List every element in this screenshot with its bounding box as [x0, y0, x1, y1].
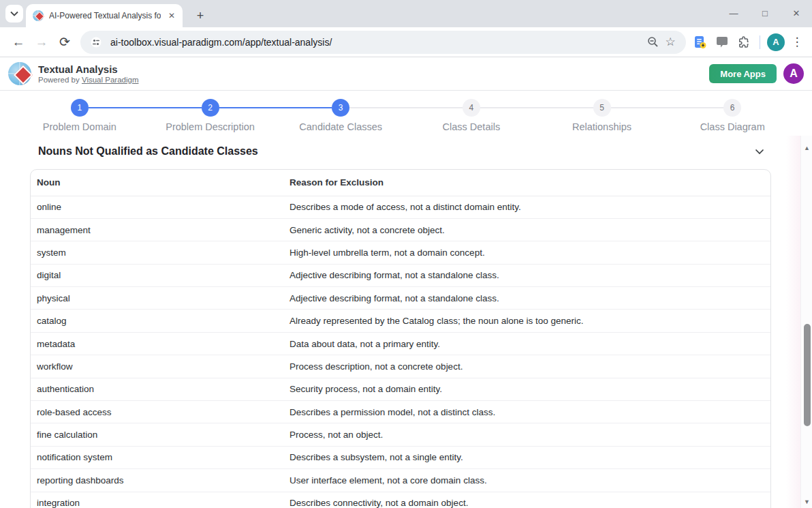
reload-button[interactable]: ⟳	[53, 31, 76, 54]
tab-list-button[interactable]	[5, 5, 23, 23]
reason-cell: Describes a mode of access, not a distin…	[283, 196, 770, 218]
reason-cell: Security process, not a domain entity.	[283, 378, 770, 400]
minimize-button[interactable]: —	[718, 8, 749, 18]
browser-window: AI-Powered Textual Analysis for ✕ + — □ …	[0, 0, 812, 508]
table-row: role-based access Describes a permission…	[31, 401, 770, 423]
step-number[interactable]: 4	[463, 99, 480, 117]
tab-title: AI-Powered Textual Analysis for	[49, 11, 161, 20]
reason-cell: Adjective describing format, not a stand…	[283, 264, 770, 286]
visual-paradigm-link[interactable]: Visual Paradigm	[82, 76, 139, 84]
step-number[interactable]: 1	[71, 99, 89, 117]
visual-paradigm-logo	[8, 62, 31, 85]
table-row: metadata Data about data, not a primary …	[31, 332, 770, 355]
reason-cell: Describes a subsystem, not a single enti…	[283, 446, 770, 468]
step-label: Class Diagram	[700, 121, 765, 132]
app-header-right: More Apps A	[709, 63, 804, 84]
column-header-noun: Noun	[31, 170, 283, 196]
powered-by: Powered by Visual Paradigm	[38, 75, 138, 85]
browser-toolbar: ← → ⟳ ai-toolbox.visual-paradigm.com/app…	[0, 27, 812, 57]
reason-cell: Adjective describing format, not a stand…	[283, 287, 770, 310]
step-label: Problem Domain	[43, 121, 116, 132]
chevron-down-icon	[10, 11, 18, 16]
toolbar-extensions-area: A ⋮	[691, 33, 805, 51]
noun-cell: role-based access	[31, 401, 283, 423]
table-row: integration Describes connectivity, not …	[31, 492, 770, 508]
toolbar-divider	[760, 35, 760, 49]
table-row: fine calculation Process, not an object.	[31, 423, 770, 446]
stepper-step[interactable]: 3 Candidate Classes	[275, 91, 406, 136]
noun-cell: notification system	[31, 446, 283, 468]
browser-tab[interactable]: AI-Powered Textual Analysis for ✕	[26, 4, 183, 27]
noun-cell: fine calculation	[31, 423, 283, 446]
browser-titlebar: AI-Powered Textual Analysis for ✕ + — □ …	[0, 0, 812, 27]
zoom-icon[interactable]	[644, 33, 661, 51]
table-row: management Generic activity, not a concr…	[31, 218, 770, 241]
more-apps-button[interactable]: More Apps	[709, 64, 777, 83]
stepper-step[interactable]: 1 Problem Domain	[14, 91, 145, 136]
reason-cell: High-level umbrella term, not a domain c…	[283, 241, 770, 264]
step-label: Candidate Classes	[299, 121, 382, 132]
reason-cell: Process description, not a concrete obje…	[283, 355, 770, 378]
wizard-stepper: 1 Problem Domain 2 Problem Description 3…	[0, 91, 812, 136]
url-text[interactable]: ai-toolbox.visual-paradigm.com/app/textu…	[110, 37, 644, 48]
step-number[interactable]: 3	[332, 99, 349, 117]
bookmark-star-icon[interactable]: ☆	[661, 33, 679, 51]
maximize-button[interactable]: □	[749, 8, 781, 18]
new-tab-button[interactable]: +	[192, 9, 208, 23]
step-number[interactable]: 6	[723, 99, 741, 117]
noun-cell: metadata	[31, 332, 283, 355]
close-button[interactable]: ✕	[781, 8, 812, 18]
table-row: notification system Describes a subsyste…	[31, 446, 770, 468]
table-row: reporting dashboards User interface elem…	[31, 469, 770, 492]
noun-cell: online	[31, 196, 283, 218]
table-row: workflow Process description, not a conc…	[31, 355, 770, 378]
stepper-step[interactable]: 2 Problem Description	[145, 91, 276, 136]
back-button[interactable]: ←	[7, 31, 30, 54]
stepper-step[interactable]: 6 Class Diagram	[667, 91, 798, 136]
content-scrollbar[interactable]: ▲ ▼	[800, 136, 812, 508]
forward-button: →	[30, 31, 53, 54]
app-title: Textual Analysis	[38, 63, 138, 75]
reason-cell: Data about data, not a primary entity.	[283, 332, 770, 355]
noun-cell: reporting dashboards	[31, 469, 283, 492]
step-label: Problem Description	[166, 121, 255, 132]
step-number[interactable]: 5	[593, 99, 611, 117]
site-info-icon[interactable]	[87, 33, 105, 51]
table-header-row: Noun Reason for Exclusion	[31, 170, 770, 196]
section-title: Nouns Not Qualified as Candidate Classes	[38, 145, 258, 158]
scrollbar-thumb[interactable]	[804, 324, 811, 426]
table-row: online Describes a mode of access, not a…	[31, 196, 770, 218]
noun-cell: digital	[31, 264, 283, 286]
comment-icon[interactable]	[713, 33, 731, 51]
noun-cell: authentication	[31, 378, 283, 400]
extensions-puzzle-icon[interactable]	[735, 33, 753, 51]
table-row: physical Adjective describing format, no…	[31, 287, 770, 310]
section-header[interactable]: Nouns Not Qualified as Candidate Classes	[0, 136, 812, 158]
table-row: digital Adjective describing format, not…	[31, 264, 770, 286]
step-number[interactable]: 2	[202, 99, 219, 117]
reason-cell: Process, not an object.	[283, 423, 770, 446]
address-bar[interactable]: ai-toolbox.visual-paradigm.com/app/textu…	[80, 31, 686, 54]
window-controls: — □ ✕	[718, 0, 812, 26]
browser-profile-avatar[interactable]: A	[767, 33, 785, 51]
scrollbar-up-arrow[interactable]: ▲	[801, 143, 812, 154]
stepper-step[interactable]: 5 Relationships	[537, 91, 668, 136]
noun-cell: management	[31, 218, 283, 241]
powered-by-prefix: Powered by	[38, 76, 82, 84]
table-row: system High-level umbrella term, not a d…	[31, 241, 770, 264]
stepper-step[interactable]: 4 Class Details	[406, 91, 537, 136]
reason-cell: User interface element, not a core domai…	[283, 469, 770, 492]
tab-close-icon[interactable]: ✕	[166, 10, 177, 21]
collapse-chevron-icon[interactable]	[755, 149, 764, 155]
app-header: Textual Analysis Powered by Visual Parad…	[0, 57, 812, 91]
scrollbar-down-arrow[interactable]: ▼	[801, 496, 812, 508]
user-avatar[interactable]: A	[783, 63, 804, 84]
table-row: authentication Security process, not a d…	[31, 378, 770, 400]
step-label: Class Details	[443, 121, 501, 132]
noun-cell: catalog	[31, 310, 283, 332]
browser-menu-icon[interactable]: ⋮	[789, 35, 805, 49]
reason-cell: Generic activity, not a concrete object.	[283, 218, 770, 241]
page-content: Nouns Not Qualified as Candidate Classes…	[0, 136, 812, 508]
reason-cell: Already represented by the Catalog class…	[283, 310, 770, 332]
reading-list-doc-icon[interactable]	[691, 33, 709, 51]
